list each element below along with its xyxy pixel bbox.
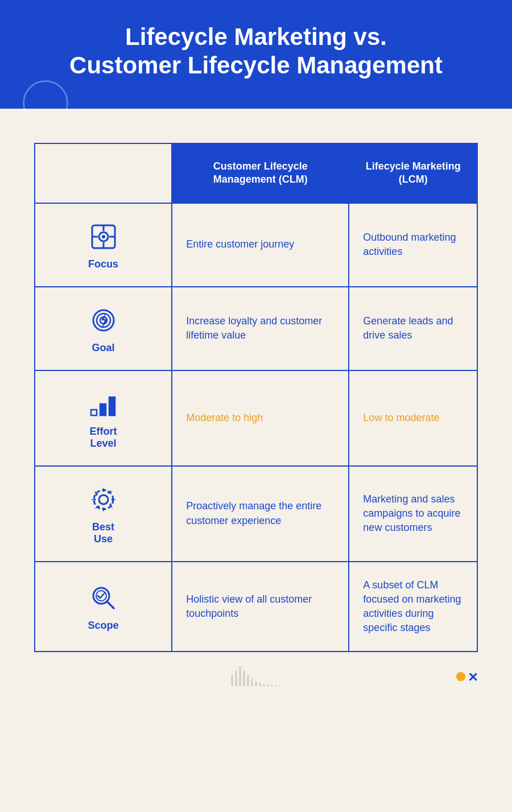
brand-dot [456, 672, 465, 681]
goal-label-text: Goal [92, 342, 115, 354]
bottom-decoration [232, 666, 281, 686]
deco-bar [263, 684, 265, 686]
focus-lcm-text: Outbound marketing activities [363, 232, 456, 257]
table-row: BestUse Proactively manage the entire cu… [35, 466, 477, 562]
effort-icon [86, 387, 121, 421]
effort-label-text: EffortLevel [90, 426, 117, 450]
focus-clm-text: Entire customer journey [186, 238, 294, 250]
table-row: Focus Entire customer journey Outbound m… [35, 203, 477, 287]
focus-icon [86, 220, 121, 254]
best-use-lcm-cell: Marketing and sales campaigns to acquire… [349, 466, 477, 562]
lcm-header: Lifecycle Marketing (LCM) [349, 143, 477, 203]
svg-rect-11 [100, 404, 106, 415]
empty-header [35, 143, 172, 203]
effort-lcm-cell: Low to moderate [349, 370, 477, 466]
best-use-clm-text: Proactively manage the entire customer e… [186, 500, 321, 526]
svg-line-17 [107, 601, 114, 608]
svg-rect-12 [109, 397, 115, 415]
focus-row-label: Focus [49, 220, 158, 270]
deco-bar [232, 675, 233, 686]
deco-bar [236, 670, 237, 686]
scope-clm-cell: Holistic view of all customer touchpoint… [172, 562, 349, 652]
focus-clm-cell: Entire customer journey [172, 203, 349, 287]
svg-rect-10 [91, 410, 97, 415]
scope-label-cell: Scope [35, 562, 172, 652]
best-use-icon [86, 483, 121, 517]
table-header-row: Customer Lifecycle Management (CLM) Life… [35, 143, 477, 203]
goal-lcm-cell: Generate leads and drive sales [349, 287, 477, 370]
best-use-label-cell: BestUse [35, 466, 172, 562]
best-use-label-text: BestUse [92, 521, 114, 545]
deco-bar [259, 683, 261, 686]
best-use-clm-cell: Proactively manage the entire customer e… [172, 466, 349, 562]
goal-label-cell: Goal [35, 287, 172, 370]
deco-bar [271, 685, 273, 686]
goal-row-label: Goal [49, 303, 158, 354]
deco-bar [240, 666, 241, 686]
scope-clm-text: Holistic view of all customer touchpoint… [186, 593, 312, 619]
clm-header: Customer Lifecycle Management (CLM) [172, 143, 349, 203]
table-row: Scope Holistic view of all customer touc… [35, 562, 477, 652]
scope-lcm-text: A subset of CLM focused on marketing act… [363, 579, 461, 634]
comparison-table: Customer Lifecycle Management (CLM) Life… [34, 143, 478, 653]
svg-point-13 [99, 495, 108, 504]
focus-label-text: Focus [88, 258, 118, 270]
scope-label-text: Scope [88, 620, 119, 632]
deco-bar [251, 678, 253, 686]
goal-clm-text: Increase loyalty and customer lifetime v… [186, 315, 322, 341]
best-use-lcm-text: Marketing and sales campaigns to acquire… [363, 493, 460, 533]
effort-clm-text: Moderate to high [186, 412, 263, 423]
best-use-row-label: BestUse [49, 483, 158, 545]
deco-bar [255, 681, 257, 686]
effort-lcm-text: Low to moderate [363, 412, 439, 423]
main-content: Customer Lifecycle Management (CLM) Life… [0, 109, 512, 698]
page-title: Lifecycle Marketing vs. Customer Lifecyc… [46, 23, 466, 80]
effort-label-cell: EffortLevel [35, 370, 172, 466]
focus-lcm-cell: Outbound marketing activities [349, 203, 477, 287]
svg-point-14 [94, 490, 113, 509]
focus-label-cell: Focus [35, 203, 172, 287]
scope-row-label: Scope [49, 581, 158, 632]
effort-row-label: EffortLevel [49, 387, 158, 450]
svg-point-6 [102, 235, 105, 238]
brand-x-icon: ✕ [468, 670, 478, 685]
deco-bar [279, 685, 281, 686]
brand-mark: ✕ [456, 669, 478, 684]
deco-bar [243, 670, 245, 686]
goal-clm-cell: Increase loyalty and customer lifetime v… [172, 287, 349, 370]
goal-icon [86, 303, 121, 337]
deco-bar [267, 685, 269, 686]
page-header: Lifecycle Marketing vs. Customer Lifecyc… [0, 0, 512, 109]
table-row: Goal Increase loyalty and customer lifet… [35, 287, 477, 370]
scope-lcm-cell: A subset of CLM focused on marketing act… [349, 562, 477, 652]
table-row: EffortLevel Moderate to high Low to mode… [35, 370, 477, 466]
effort-clm-cell: Moderate to high [172, 370, 349, 466]
deco-bar [247, 675, 249, 686]
deco-bar [275, 685, 277, 686]
goal-lcm-text: Generate leads and drive sales [363, 315, 453, 341]
scope-icon [86, 581, 121, 615]
